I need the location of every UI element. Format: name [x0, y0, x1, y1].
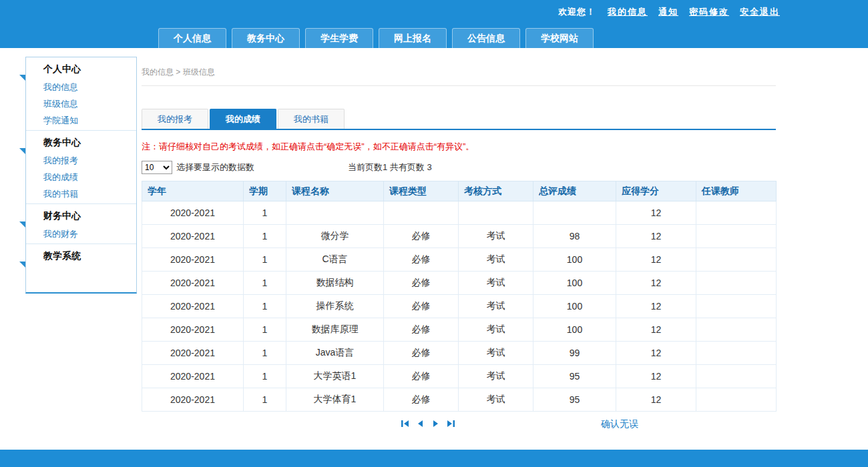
table-row: 2020-20211数据结构必修考试10012	[142, 272, 777, 295]
main-content: 我的信息 > 班级信息 我的报考我的成绩我的书籍 注：请仔细核对自己的考试成绩，…	[142, 67, 776, 436]
sidebar-section-title: 教学系统	[26, 246, 136, 266]
nav-tab[interactable]: 网上报名	[379, 28, 447, 48]
nav-tab[interactable]: 公告信息	[452, 28, 520, 48]
table-cell: 2020-2021	[142, 225, 244, 248]
table-row: 2020-20211大学英语1必修考试9512	[142, 365, 777, 388]
table-cell	[696, 272, 777, 295]
table-cell: 2020-2021	[142, 248, 244, 272]
table-cell: 100	[533, 248, 616, 272]
next-page-icon[interactable]	[431, 420, 439, 428]
table-cell: 大学英语1	[286, 365, 384, 388]
previous-page-icon[interactable]	[417, 420, 425, 428]
table-cell: 考试	[459, 272, 533, 295]
topbar-link[interactable]: 通知	[658, 6, 678, 18]
table-cell: 12	[616, 201, 696, 225]
table-cell: 1	[244, 295, 286, 318]
welcome-text: 欢迎您！	[558, 6, 596, 18]
table-cell: 100	[533, 295, 616, 318]
sidebar-item[interactable]: 我的报考	[26, 152, 136, 169]
table-cell	[696, 388, 777, 412]
topbar-link[interactable]: 我的信息	[608, 6, 648, 18]
table-cell: 必修	[384, 225, 459, 248]
sidebar-section: 教务中心我的报考我的成绩我的书籍	[26, 131, 136, 204]
topbar-link[interactable]: 密码修改	[689, 6, 729, 18]
topbar-right: 欢迎您！ 我的信息通知密码修改安全退出	[558, 0, 780, 24]
sidebar-section-title: 财务中心	[26, 205, 136, 225]
sidebar-item[interactable]: 学院通知	[26, 112, 136, 129]
footer-bar	[0, 450, 868, 467]
table-cell: 必修	[384, 388, 459, 412]
first-page-icon[interactable]	[401, 420, 410, 428]
content-tab[interactable]: 我的报考	[142, 109, 208, 129]
last-page-icon[interactable]	[446, 420, 455, 428]
table-cell: 1	[244, 225, 286, 248]
table-cell: 1	[244, 388, 286, 412]
table-row: 2020-20211微分学必修考试9812	[142, 225, 777, 248]
table-cell: 12	[616, 295, 696, 318]
nav-tab[interactable]: 个人信息	[158, 28, 226, 48]
table-cell	[459, 201, 533, 225]
table-cell: 考试	[459, 295, 533, 318]
breadcrumb-divider	[142, 85, 776, 86]
table-cell: 99	[533, 342, 616, 365]
pagination	[401, 420, 455, 428]
table-cell: 12	[616, 342, 696, 365]
column-header: 学年	[142, 181, 244, 201]
table-cell: 98	[533, 225, 616, 248]
nav-tab[interactable]: 教务中心	[232, 28, 300, 48]
table-cell: 必修	[384, 272, 459, 295]
table-cell	[696, 365, 777, 388]
table-cell: 必修	[384, 342, 459, 365]
sidebar-item[interactable]: 我的成绩	[26, 169, 136, 185]
column-header: 学期	[244, 181, 286, 201]
table-cell	[533, 201, 616, 225]
column-header: 课程名称	[286, 181, 384, 201]
table-cell	[696, 225, 777, 248]
topbar-link[interactable]: 安全退出	[740, 6, 780, 18]
table-cell	[696, 295, 777, 318]
table-cell: 12	[616, 388, 696, 412]
sidebar-item[interactable]: 班级信息	[26, 95, 136, 112]
table-row: 2020-20211C语言必修考试10012	[142, 248, 777, 272]
content-tab[interactable]: 我的书籍	[278, 109, 345, 129]
table-cell	[696, 201, 777, 225]
page-size-select[interactable]: 10	[142, 161, 172, 174]
sidebar-section: 财务中心我的财务	[26, 204, 136, 244]
table-row: 2020-20211数据库原理必修考试10012	[142, 318, 777, 342]
sidebar-section-title: 个人中心	[26, 59, 136, 79]
topbar-links: 我的信息通知密码修改安全退出	[608, 6, 780, 18]
table-cell: 95	[533, 365, 616, 388]
table-cell: 95	[533, 388, 616, 412]
table-cell: C语言	[286, 248, 384, 272]
breadcrumb: 我的信息 > 班级信息	[142, 67, 776, 79]
table-cell: 1	[244, 365, 286, 388]
table-cell: 微分学	[286, 225, 384, 248]
section-marker-icon	[19, 75, 25, 81]
table-cell: 2020-2021	[142, 272, 244, 295]
table-cell: 考试	[459, 225, 533, 248]
table-cell	[286, 201, 384, 225]
table-cell: 必修	[384, 318, 459, 342]
nav-tab[interactable]: 学生学费	[305, 28, 373, 48]
sidebar: 个人中心我的信息班级信息学院通知教务中心我的报考我的成绩我的书籍财务中心我的财务…	[25, 57, 137, 294]
section-marker-icon	[19, 221, 25, 227]
column-header: 课程类型	[384, 181, 459, 201]
main-nav: 个人信息教务中心学生学费网上报名公告信息学校网站	[0, 24, 868, 48]
table-cell: 数据结构	[286, 272, 384, 295]
table-cell: 1	[244, 318, 286, 342]
sidebar-item[interactable]: 我的财务	[26, 225, 136, 242]
table-row: 2020-20211Java语言必修考试9912	[142, 342, 777, 365]
sidebar-item[interactable]: 我的书籍	[26, 185, 136, 202]
table-cell	[384, 201, 459, 225]
table-cell: 2020-2021	[142, 342, 244, 365]
sidebar-section-title: 教务中心	[26, 132, 136, 152]
page-size-label: 选择要显示的数据数	[176, 161, 254, 173]
content-tab[interactable]: 我的成绩	[210, 109, 276, 129]
table-cell	[696, 248, 777, 272]
sidebar-item[interactable]: 我的信息	[26, 79, 136, 95]
table-row: 2020-20211操作系统必修考试10012	[142, 295, 777, 318]
grades-table: 学年学期课程名称课程类型考核方式总评成绩应得学分任课教师 2020-202111…	[142, 181, 777, 412]
confirm-link[interactable]: 确认无误	[601, 418, 638, 430]
table-row: 2020-2021112	[142, 201, 777, 225]
nav-tab[interactable]: 学校网站	[525, 28, 594, 48]
